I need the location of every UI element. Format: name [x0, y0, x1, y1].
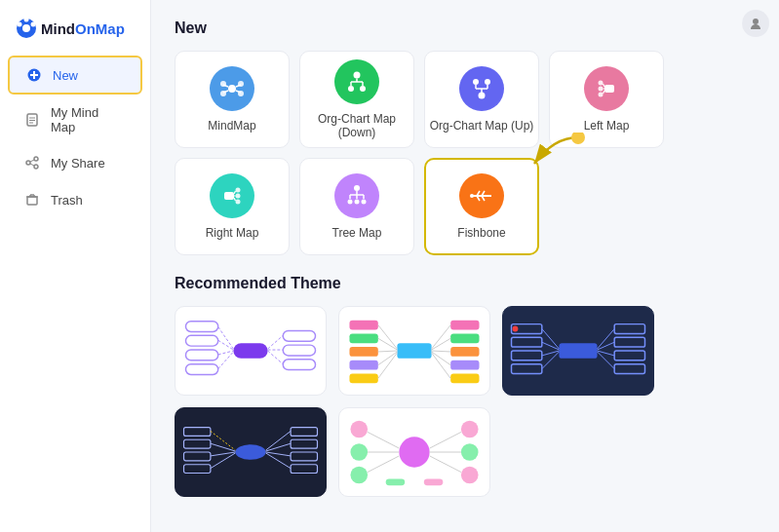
svg-line-154	[368, 432, 399, 448]
svg-line-111	[432, 353, 451, 378]
trash-icon	[23, 191, 41, 209]
theme-card-4[interactable]	[175, 407, 327, 497]
map-card-org-chart-down[interactable]: Org-Chart Map (Down)	[299, 51, 414, 148]
sidebar-item-trash[interactable]: Trash	[8, 182, 142, 217]
svg-rect-114	[512, 337, 542, 347]
fishbone-label: Fishbone	[457, 226, 505, 240]
theme-5-diagram	[339, 408, 489, 496]
svg-rect-138	[291, 465, 317, 474]
svg-point-148	[350, 421, 368, 438]
svg-line-124	[542, 352, 560, 369]
main-content: New MindMap Org-Chart Map (Down) Org-Cha…	[151, 0, 779, 532]
svg-line-49	[604, 84, 605, 87]
sidebar-item-my-share[interactable]: My Share	[8, 145, 142, 180]
logo: MindOnMap	[0, 10, 150, 55]
svg-rect-117	[614, 324, 644, 334]
svg-point-36	[348, 86, 354, 92]
theme-card-5[interactable]	[338, 407, 490, 497]
theme-card-1[interactable]	[175, 306, 327, 396]
svg-rect-133	[184, 452, 211, 461]
svg-rect-93	[349, 333, 377, 343]
map-card-mindmap[interactable]: MindMap	[175, 51, 290, 148]
map-card-org-chart-up[interactable]: Org-Chart Map (Up)	[424, 51, 539, 148]
svg-point-39	[485, 79, 490, 85]
svg-point-162	[753, 19, 759, 24]
svg-line-51	[604, 91, 605, 94]
svg-point-152	[461, 443, 479, 461]
svg-line-104	[378, 351, 398, 352]
sidebar-item-my-share-label: My Share	[51, 156, 105, 171]
svg-rect-91	[397, 343, 431, 359]
new-section-title: New	[175, 19, 756, 37]
svg-rect-81	[283, 330, 315, 341]
svg-line-56	[234, 191, 236, 194]
plus-icon	[25, 66, 43, 84]
svg-line-58	[234, 198, 236, 201]
map-card-tree-map[interactable]: Tree Map	[299, 158, 414, 255]
sidebar-item-my-mind-map[interactable]: My Mind Map	[8, 96, 142, 143]
theme-card-2[interactable]	[338, 306, 490, 396]
org-chart-up-label: Org-Chart Map (Up)	[430, 119, 534, 133]
svg-point-48	[599, 93, 604, 97]
svg-line-106	[378, 353, 398, 378]
user-avatar[interactable]	[742, 10, 769, 37]
svg-rect-134	[184, 465, 211, 474]
svg-point-150	[350, 467, 368, 484]
map-card-left-map[interactable]: Left Map	[549, 51, 664, 148]
svg-rect-99	[450, 347, 479, 357]
svg-line-140	[211, 443, 235, 451]
svg-rect-100	[450, 361, 479, 370]
svg-point-37	[360, 86, 366, 92]
svg-rect-98	[450, 333, 479, 343]
svg-point-13	[34, 165, 38, 169]
svg-point-3	[31, 22, 36, 27]
svg-point-129	[513, 326, 519, 332]
svg-line-102	[378, 325, 398, 349]
sidebar-item-new[interactable]: New	[8, 56, 142, 95]
svg-rect-135	[291, 428, 317, 437]
svg-rect-97	[450, 321, 479, 330]
svg-line-128	[598, 352, 615, 369]
svg-rect-94	[349, 347, 377, 357]
recommended-section-title: Recommended Theme	[175, 275, 756, 292]
svg-point-67	[362, 200, 367, 205]
map-card-fishbone[interactable]: Fishbone	[424, 158, 539, 255]
svg-rect-136	[291, 439, 317, 448]
svg-rect-137	[291, 452, 317, 461]
svg-point-44	[479, 93, 486, 99]
share-icon	[23, 154, 41, 171]
theme-card-3[interactable]	[502, 306, 654, 396]
map-type-grid: MindMap Org-Chart Map (Down) Org-Chart M…	[175, 51, 756, 255]
svg-point-47	[599, 87, 604, 92]
sidebar: MindOnMap New My Mind Map My Share Trash	[0, 0, 151, 532]
svg-point-22	[228, 85, 236, 93]
svg-rect-119	[614, 351, 644, 361]
left-map-label: Left Map	[584, 119, 630, 133]
theme-3-diagram	[503, 307, 653, 395]
svg-line-103	[378, 338, 398, 350]
svg-point-153	[461, 467, 479, 484]
svg-point-31	[354, 72, 361, 79]
right-map-label: Right Map	[206, 226, 259, 240]
left-map-icon	[584, 66, 629, 111]
fishbone-icon	[459, 173, 504, 218]
svg-line-108	[432, 338, 451, 350]
map-card-right-map[interactable]: Right Map	[175, 158, 290, 255]
svg-rect-76	[233, 343, 267, 359]
right-map-icon	[210, 173, 254, 218]
svg-line-85	[218, 340, 234, 350]
svg-rect-79	[185, 350, 217, 361]
svg-point-54	[236, 194, 241, 199]
theme-1-diagram	[175, 307, 326, 395]
svg-rect-17	[27, 197, 37, 205]
svg-point-55	[236, 200, 241, 205]
svg-point-66	[355, 200, 360, 205]
tree-map-icon	[334, 173, 379, 218]
svg-rect-101	[450, 373, 479, 383]
svg-rect-132	[184, 439, 211, 448]
svg-line-110	[432, 352, 451, 365]
svg-line-84	[218, 327, 234, 350]
svg-rect-115	[512, 351, 542, 361]
svg-point-14	[26, 161, 30, 165]
svg-point-1	[22, 24, 30, 32]
